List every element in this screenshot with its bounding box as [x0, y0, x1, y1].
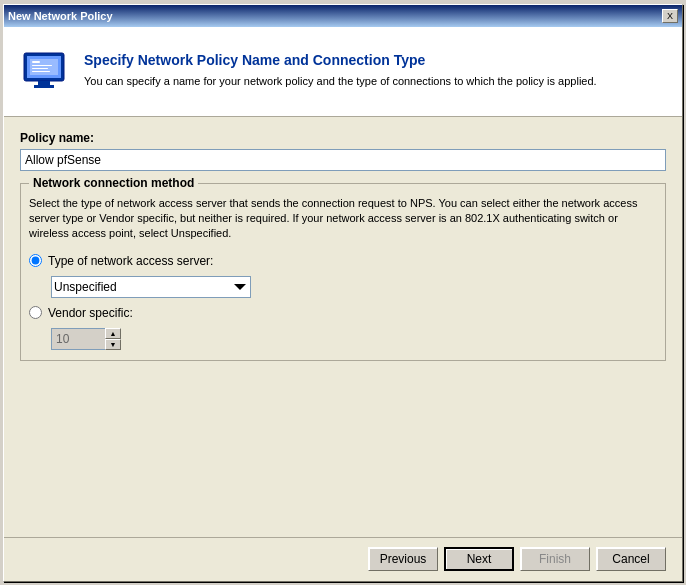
vendor-spinner-input	[51, 328, 106, 350]
title-bar-controls: X	[662, 9, 678, 23]
spinner-down-button[interactable]: ▼	[105, 339, 121, 350]
header-title: Specify Network Policy Name and Connecti…	[84, 52, 597, 68]
header-text: Specify Network Policy Name and Connecti…	[84, 52, 597, 89]
svg-rect-2	[38, 81, 50, 85]
policy-name-label: Policy name:	[20, 131, 666, 145]
svg-rect-8	[32, 71, 50, 72]
spinner-up-button[interactable]: ▲	[105, 328, 121, 339]
radio1-label[interactable]: Type of network access server:	[48, 254, 213, 268]
radio2-label[interactable]: Vendor specific:	[48, 306, 133, 320]
window-title: New Network Policy	[8, 10, 113, 22]
cancel-button[interactable]: Cancel	[596, 547, 666, 571]
dropdown-wrapper: Unspecified	[51, 276, 251, 298]
svg-rect-3	[34, 85, 54, 88]
header-icon	[20, 47, 68, 95]
close-button[interactable]: X	[662, 9, 678, 23]
next-button[interactable]: Next	[444, 547, 514, 571]
radio-type-of-server[interactable]	[29, 254, 42, 267]
header-section: Specify Network Policy Name and Connecti…	[4, 27, 682, 117]
spinner-buttons: ▲ ▼	[105, 328, 121, 350]
header-description: You can specify a name for your network …	[84, 74, 597, 89]
radio-option-2: Vendor specific:	[29, 306, 657, 320]
main-window: New Network Policy X Specify Network Pol	[3, 4, 683, 582]
radio-vendor-specific[interactable]	[29, 306, 42, 319]
policy-name-input[interactable]	[20, 149, 666, 171]
server-type-dropdown[interactable]: Unspecified	[51, 276, 251, 298]
network-connection-group: Network connection method Select the typ…	[20, 183, 666, 361]
footer: Previous Next Finish Cancel	[4, 537, 682, 581]
finish-button[interactable]: Finish	[520, 547, 590, 571]
group-legend: Network connection method	[29, 176, 198, 190]
svg-rect-5	[32, 61, 40, 63]
vendor-spinner-row: ▲ ▼	[51, 328, 657, 350]
previous-button[interactable]: Previous	[368, 547, 438, 571]
dropdown-row: Unspecified	[51, 276, 657, 298]
content-area: Policy name: Network connection method S…	[4, 117, 682, 537]
title-bar: New Network Policy X	[4, 5, 682, 27]
group-description: Select the type of network access server…	[29, 196, 657, 242]
svg-rect-7	[32, 68, 48, 69]
radio-option-1: Type of network access server:	[29, 254, 657, 268]
svg-rect-6	[32, 65, 52, 66]
